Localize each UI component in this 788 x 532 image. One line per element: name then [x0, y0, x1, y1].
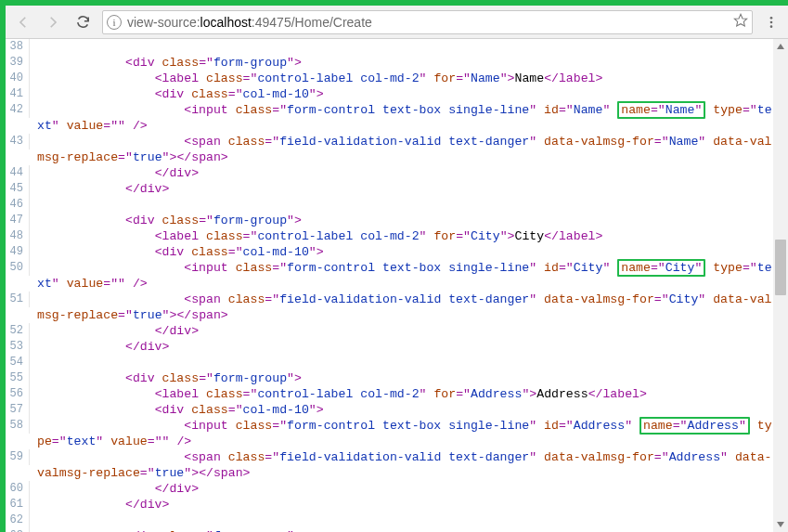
line-content: <div class="form-group">: [30, 213, 773, 228]
source-line: 38: [6, 39, 773, 55]
forward-button[interactable]: [39, 9, 67, 35]
source-line: 51 <span class="field-validation-valid t…: [6, 292, 773, 323]
line-number: 43: [6, 134, 30, 149]
source-line: 55 <div class="form-group">: [6, 370, 773, 386]
source-line: 39 <div class="form-group">: [6, 55, 773, 71]
source-line: 62: [6, 513, 773, 528]
site-info-icon[interactable]: i: [107, 15, 122, 30]
vertical-scrollbar[interactable]: [773, 39, 788, 532]
line-content: <div class="col-md-10">: [30, 86, 773, 102]
line-content: <div class="form-group">: [30, 528, 773, 532]
line-number: 59: [6, 449, 30, 465]
line-content: <input class="form-control text-box sing…: [30, 260, 773, 292]
source-line: 54: [6, 355, 773, 370]
line-number: 38: [6, 39, 30, 55]
line-number: 50: [6, 260, 30, 276]
line-content: <div class="col-md-10">: [30, 402, 773, 418]
source-line: 46: [6, 197, 773, 213]
source-line: 47 <div class="form-group">: [6, 213, 773, 228]
line-number: 40: [6, 71, 30, 86]
line-number: 46: [6, 197, 30, 213]
scroll-thumb[interactable]: [775, 240, 786, 295]
source-line: 61 </div>: [6, 497, 773, 513]
line-number: 51: [6, 292, 30, 307]
source-line: 63 <div class="form-group">: [6, 528, 773, 532]
line-content: <div class="col-md-10">: [30, 244, 773, 260]
svg-marker-4: [777, 44, 784, 49]
source-line: 56 <label class="control-label col-md-2"…: [6, 386, 773, 402]
line-content: [30, 39, 773, 55]
source-line: 45 </div>: [6, 181, 773, 197]
scroll-track[interactable]: [773, 54, 788, 517]
url-text: view-source:localhost:49475/Home/Create: [127, 15, 372, 30]
line-number: 45: [6, 181, 30, 197]
line-content: <span class="field-validation-valid text…: [30, 292, 773, 323]
line-content: </div>: [30, 323, 773, 339]
address-bar[interactable]: i view-source:localhost:49475/Home/Creat…: [102, 10, 753, 34]
line-content: <label class="control-label col-md-2" fo…: [30, 386, 773, 402]
line-number: 52: [6, 323, 30, 339]
line-content: </div>: [30, 339, 773, 355]
svg-marker-5: [777, 522, 784, 527]
line-content: <input class="form-control text-box sing…: [30, 102, 773, 134]
source-line: 49 <div class="col-md-10">: [6, 244, 773, 260]
svg-point-3: [770, 25, 773, 28]
line-content: <span class="field-validation-valid text…: [30, 134, 773, 165]
source-line: 50 <input class="form-control text-box s…: [6, 260, 773, 292]
source-line: 57 <div class="col-md-10">: [6, 402, 773, 418]
svg-point-2: [770, 20, 773, 23]
line-content: <input class="form-control text-box sing…: [30, 418, 773, 449]
line-number: 49: [6, 244, 30, 260]
line-number: 58: [6, 418, 30, 434]
source-code[interactable]: 38 39 <div class="form-group">40 <label …: [6, 39, 773, 532]
scroll-up-button[interactable]: [773, 39, 788, 54]
line-number: 54: [6, 355, 30, 370]
line-content: </div>: [30, 181, 773, 197]
view-source-content: 38 39 <div class="form-group">40 <label …: [6, 39, 788, 532]
line-content: <span class="field-validation-valid text…: [30, 449, 773, 481]
line-number: 44: [6, 165, 30, 181]
reload-button[interactable]: [69, 9, 97, 35]
source-line: 52 </div>: [6, 323, 773, 339]
back-button[interactable]: [9, 9, 37, 35]
line-number: 53: [6, 339, 30, 355]
scroll-down-button[interactable]: [773, 517, 788, 532]
line-number: 56: [6, 386, 30, 402]
line-content: <label class="control-label col-md-2" fo…: [30, 228, 773, 244]
browser-toolbar: i view-source:localhost:49475/Home/Creat…: [6, 6, 788, 39]
source-line: 60 </div>: [6, 481, 773, 497]
svg-marker-0: [734, 14, 746, 26]
source-line: 41 <div class="col-md-10">: [6, 86, 773, 102]
line-content: <div class="form-group">: [30, 370, 773, 386]
line-content: <div class="form-group">: [30, 55, 773, 71]
line-number: 62: [6, 513, 30, 528]
source-line: 43 <span class="field-validation-valid t…: [6, 134, 773, 165]
line-number: 57: [6, 402, 30, 418]
source-line: 58 <input class="form-control text-box s…: [6, 418, 773, 449]
line-number: 60: [6, 481, 30, 497]
source-line: 44 </div>: [6, 165, 773, 181]
source-line: 42 <input class="form-control text-box s…: [6, 102, 773, 134]
bookmark-star-icon[interactable]: [733, 13, 748, 31]
source-line: 48 <label class="control-label col-md-2"…: [6, 228, 773, 244]
svg-point-1: [770, 17, 773, 19]
line-number: 42: [6, 102, 30, 118]
browser-menu-button[interactable]: [758, 9, 784, 35]
line-content: </div>: [30, 165, 773, 181]
source-line: 40 <label class="control-label col-md-2"…: [6, 71, 773, 86]
line-number: 48: [6, 228, 30, 244]
line-content: </div>: [30, 481, 773, 497]
line-content: </div>: [30, 497, 773, 513]
line-number: 63: [6, 528, 30, 532]
line-number: 55: [6, 370, 30, 386]
line-number: 41: [6, 86, 30, 102]
line-content: <label class="control-label col-md-2" fo…: [30, 71, 773, 86]
line-number: 47: [6, 213, 30, 228]
line-number: 61: [6, 497, 30, 513]
line-number: 39: [6, 55, 30, 71]
source-line: 53 </div>: [6, 339, 773, 355]
source-line: 59 <span class="field-validation-valid t…: [6, 449, 773, 481]
